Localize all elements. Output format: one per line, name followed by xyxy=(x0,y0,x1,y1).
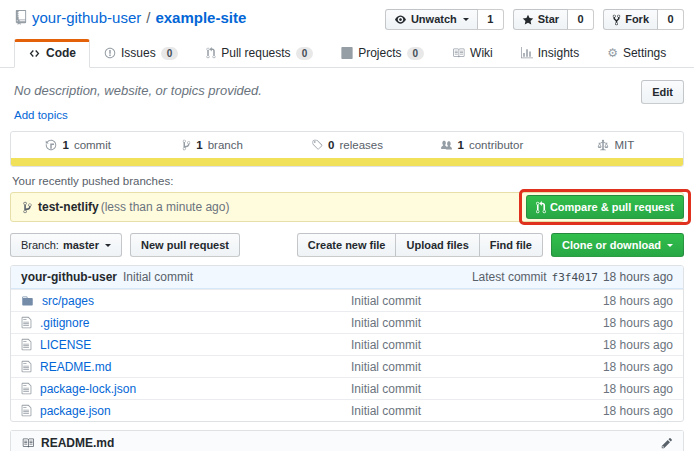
table-row: package.json Initial commit 18 hours ago xyxy=(11,399,683,421)
language-bar[interactable] xyxy=(11,158,683,166)
latest-commit-age: 18 hours ago xyxy=(603,270,673,284)
tag-icon xyxy=(311,139,323,151)
file-age: 18 hours ago xyxy=(543,294,673,308)
toolbar-right: Create new file Upload files Find file C… xyxy=(297,233,684,257)
file-name-link[interactable]: package.json xyxy=(40,404,111,418)
compare-pull-request-button[interactable]: Compare & pull request xyxy=(526,195,684,219)
caret-down-icon xyxy=(667,244,673,250)
file-name-link[interactable]: src/pages xyxy=(42,294,94,308)
toolbar-left: Branch: master New pull request xyxy=(10,233,240,257)
repo-fork-icon xyxy=(612,14,621,26)
unwatch-button[interactable]: Unwatch xyxy=(385,9,478,30)
pushed-branch-age: (less than a minute ago) xyxy=(101,200,230,214)
star-group: Star 0 xyxy=(513,9,594,30)
file-age: 18 hours ago xyxy=(543,404,673,418)
latest-commit-meta: Latest commit f3f4017 18 hours ago xyxy=(472,270,673,284)
file-commit-message[interactable]: Initial commit xyxy=(351,294,543,308)
watch-group: Unwatch 1 xyxy=(385,9,504,30)
commit-hash-link[interactable]: f3f4017 xyxy=(552,271,598,284)
repo-description: No description, website, or topics provi… xyxy=(14,80,262,98)
tab-code[interactable]: Code xyxy=(14,39,90,68)
book-icon xyxy=(452,47,465,59)
file-icon xyxy=(21,360,32,373)
file-name-link[interactable]: LICENSE xyxy=(40,338,91,352)
forks-count[interactable]: 0 xyxy=(658,9,684,30)
add-topics-link[interactable]: Add topics xyxy=(10,109,68,121)
contributors-stat[interactable]: 1 contributor xyxy=(414,139,548,151)
readme-header: README.md xyxy=(11,431,683,451)
edit-readme-button[interactable] xyxy=(661,437,673,449)
repo-name-link[interactable]: example-site xyxy=(155,9,246,26)
table-row: LICENSE Initial commit 18 hours ago xyxy=(11,333,683,355)
pencil-icon xyxy=(661,437,673,449)
stars-count[interactable]: 0 xyxy=(568,9,594,30)
repo-summary-box: 1 commit 1 branch 0 releases 1 contribut… xyxy=(10,131,684,167)
code-icon xyxy=(28,48,41,59)
organization-icon xyxy=(440,140,453,151)
repo-nav: Code Issues 0 Pull requests 0 Projects 0… xyxy=(0,39,694,68)
star-icon xyxy=(522,14,534,26)
file-name-link[interactable]: README.md xyxy=(40,360,111,374)
tab-projects[interactable]: Projects 0 xyxy=(327,39,438,68)
commit-author-link[interactable]: your-github-user xyxy=(21,270,117,284)
file-commit-message[interactable]: Initial commit xyxy=(351,316,543,330)
commit-message-link[interactable]: Initial commit xyxy=(123,270,193,284)
pull-requests-counter: 0 xyxy=(296,47,314,60)
edit-description-button[interactable]: Edit xyxy=(641,80,684,104)
file-name-link[interactable]: .gitignore xyxy=(40,316,89,330)
graph-icon xyxy=(521,47,533,59)
eye-icon xyxy=(394,14,407,25)
file-commit-message[interactable]: Initial commit xyxy=(351,382,543,396)
readme-title: README.md xyxy=(21,436,114,450)
repo-main: No description, website, or topics provi… xyxy=(0,80,694,451)
file-toolbar: Branch: master New pull request Create n… xyxy=(10,233,684,257)
file-icon xyxy=(21,338,32,351)
issue-opened-icon xyxy=(104,47,116,59)
repo-owner-link[interactable]: your-github-user xyxy=(32,9,141,26)
repo-title-separator: / xyxy=(146,9,150,26)
watchers-count[interactable]: 1 xyxy=(478,9,504,30)
fork-button[interactable]: Fork xyxy=(603,9,658,30)
tab-pull-requests[interactable]: Pull requests 0 xyxy=(192,39,327,68)
commit-summary: your-github-user Initial commit xyxy=(21,270,193,284)
pushed-branch-link[interactable]: test-netlify xyxy=(38,200,99,214)
gear-icon: ⚙ xyxy=(607,47,618,59)
tab-wiki[interactable]: Wiki xyxy=(438,39,507,68)
branches-stat[interactable]: 1 branch xyxy=(145,139,279,151)
history-icon xyxy=(45,139,57,151)
upload-files-button[interactable]: Upload files xyxy=(396,233,479,257)
tab-settings[interactable]: ⚙ Settings xyxy=(593,39,680,68)
tab-issues[interactable]: Issues 0 xyxy=(90,39,192,68)
git-pull-request-icon xyxy=(536,201,546,214)
latest-commit-bar: your-github-user Initial commit Latest c… xyxy=(11,266,683,289)
tab-insights[interactable]: Insights xyxy=(507,39,593,68)
project-icon xyxy=(341,47,353,59)
find-file-button[interactable]: Find file xyxy=(480,233,543,257)
star-button[interactable]: Star xyxy=(513,9,568,30)
git-pull-request-icon xyxy=(206,47,216,59)
file-actions-group: Create new file Upload files Find file xyxy=(297,233,543,257)
file-listing-box: your-github-user Initial commit Latest c… xyxy=(10,265,684,422)
caret-down-icon xyxy=(463,18,469,24)
file-icon xyxy=(21,316,32,329)
file-icon xyxy=(21,404,32,417)
license-stat[interactable]: MIT xyxy=(549,139,683,151)
repo-header: your-github-user / example-site Unwatch … xyxy=(0,0,694,30)
new-pull-request-button[interactable]: New pull request xyxy=(130,233,240,257)
caret-down-icon xyxy=(105,244,111,250)
book-icon xyxy=(21,437,35,449)
file-commit-message[interactable]: Initial commit xyxy=(351,360,543,374)
file-commit-message[interactable]: Initial commit xyxy=(351,404,543,418)
file-commit-message[interactable]: Initial commit xyxy=(351,338,543,352)
file-name-link[interactable]: package-lock.json xyxy=(40,382,136,396)
releases-stat[interactable]: 0 releases xyxy=(280,139,414,151)
latest-commit-label: Latest commit xyxy=(472,270,547,284)
file-age: 18 hours ago xyxy=(543,338,673,352)
commits-stat[interactable]: 1 commit xyxy=(11,139,145,151)
clone-or-download-button[interactable]: Clone or download xyxy=(551,233,684,257)
law-icon xyxy=(597,139,609,151)
file-age: 18 hours ago xyxy=(543,360,673,374)
create-new-file-button[interactable]: Create new file xyxy=(297,233,397,257)
file-age: 18 hours ago xyxy=(543,316,673,330)
branch-select-button[interactable]: Branch: master xyxy=(10,233,122,257)
